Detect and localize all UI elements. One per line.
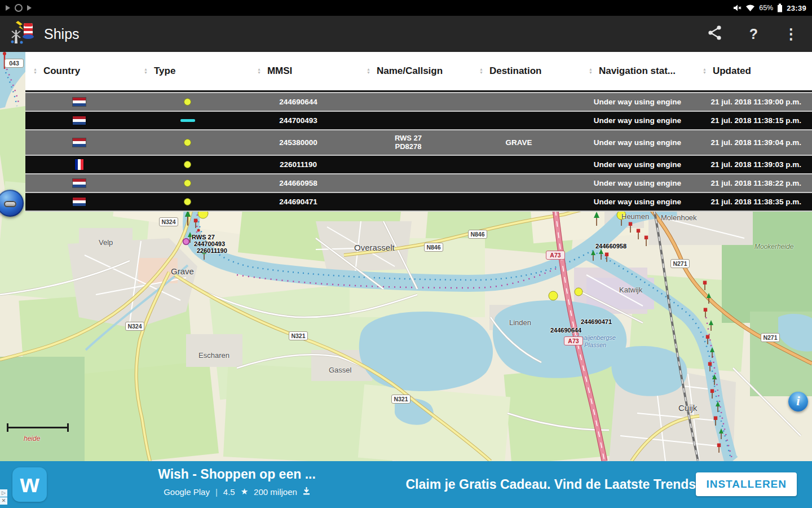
name-callsign-value: RWS 27PD8278 <box>354 130 462 155</box>
nav-status-value: Under way using engine <box>575 156 692 173</box>
road-shield-a73: A73 <box>546 251 565 260</box>
table-row[interactable]: 244660958 Under way using engine 21 jul.… <box>25 173 812 192</box>
sort-icon: ▲▼ <box>589 68 593 74</box>
ad-title[interactable]: Wish - Shoppen op een ... <box>113 467 361 482</box>
town-label-gassel: Gassel <box>329 366 351 374</box>
road-shield-n271: N271 <box>670 259 690 268</box>
vessel-label: 244690644 <box>550 327 581 334</box>
map-scale-bar <box>7 427 69 428</box>
table-row[interactable]: 244690644 Under way using engine 21 jul.… <box>25 92 812 111</box>
road-shield-n324: N324 <box>125 322 144 331</box>
ad-text-block: Wish - Shoppen op een ... Google Play | … <box>113 467 361 497</box>
download-icon <box>303 487 310 497</box>
updated-value: 21 jul. 2018 11:39:04 p.m. <box>692 130 812 155</box>
road-shield-n324: N324 <box>159 217 178 226</box>
town-label-escharen: Escharen <box>198 351 230 360</box>
road-shield-cut: 043 <box>5 59 24 68</box>
name-callsign-value <box>354 156 462 173</box>
sort-icon: ▲▼ <box>33 68 37 74</box>
column-label: Updated <box>713 65 751 77</box>
mmsi-value: 244690471 <box>242 193 354 211</box>
page-title: Ships <box>44 26 80 42</box>
name-callsign-value <box>354 93 462 111</box>
install-button[interactable]: INSTALLEREN <box>696 472 797 496</box>
vessel-label: 244660958 <box>595 243 626 249</box>
column-header-mmsi[interactable]: ▲▼MMSI <box>242 65 354 77</box>
share-button[interactable] <box>707 24 723 43</box>
column-label: Country <box>43 65 80 77</box>
vessel-label: RWS 27 <box>192 234 215 240</box>
table-row[interactable]: 244690471 Under way using engine 21 jul.… <box>25 192 812 212</box>
clock: 23:39 <box>787 4 806 12</box>
destination-value <box>462 112 575 129</box>
town-label-linden: Linden <box>509 318 531 327</box>
nav-status-value: Under way using engine <box>575 174 692 192</box>
ad-banner[interactable]: w Wish - Shoppen op een ... Google Play … <box>0 461 812 508</box>
column-label: Name/Callsign <box>377 65 443 77</box>
mute-icon <box>733 4 742 12</box>
column-header-destination[interactable]: ▲▼Destination <box>462 65 575 77</box>
vessel-label: 244690471 <box>581 318 612 325</box>
help-button[interactable]: ? <box>749 26 758 42</box>
country-flag <box>73 138 86 147</box>
sort-icon: ▲▼ <box>367 68 370 74</box>
country-flag <box>73 198 86 206</box>
town-label-cuijk: Cuijk <box>678 403 697 413</box>
destination-value <box>462 193 575 211</box>
table-row[interactable]: 226011190 Under way using engine 21 jul.… <box>25 155 812 173</box>
nav-status-value: Under way using engine <box>575 130 692 155</box>
ship-type-icon <box>184 139 191 146</box>
adchoices-icon[interactable]: ▷ <box>0 489 7 497</box>
town-label-heumen: Heumen <box>621 212 649 221</box>
mmsi-value: 226011190 <box>242 156 354 173</box>
notification-icon-media <box>6 5 10 11</box>
ship-type-icon <box>180 119 195 122</box>
ship-type-icon <box>184 98 191 106</box>
ad-divider: | <box>215 487 218 497</box>
area-label-heide: heide <box>24 435 40 443</box>
column-header-updated[interactable]: ▲▼Updated <box>692 65 812 77</box>
column-header-navigation-status[interactable]: ▲▼Navigation stat... <box>575 65 692 77</box>
info-button[interactable]: i <box>788 392 808 411</box>
updated-value: 21 jul. 2018 11:38:22 p.m. <box>692 174 812 192</box>
road-shield-n271: N271 <box>761 333 780 342</box>
column-header-country[interactable]: ▲▼Country <box>25 65 133 77</box>
destination-value <box>462 93 575 111</box>
status-bar: 65% 23:39 <box>0 0 812 16</box>
country-flag <box>75 159 83 170</box>
notification-icon-debug <box>27 5 32 11</box>
town-label-katwijk: Katwijk <box>619 286 642 294</box>
overflow-menu-button[interactable]: ⋮ <box>784 27 798 41</box>
battery-percent: 65% <box>759 4 773 12</box>
destination-value <box>462 156 575 173</box>
water-label-line2: Plassen <box>584 341 606 348</box>
column-header-name-callsign[interactable]: ▲▼Name/Callsign <box>354 65 462 77</box>
ad-rating: 4.5 <box>223 487 235 497</box>
updated-value: 21 jul. 2018 11:38:35 p.m. <box>692 193 812 211</box>
wish-logo[interactable]: w <box>12 467 47 502</box>
mmsi-value: 244700493 <box>242 112 354 129</box>
destination-value <box>462 174 575 192</box>
column-header-type[interactable]: ▲▼Type <box>133 65 242 77</box>
sort-icon: ▲▼ <box>257 68 261 74</box>
close-ad-icon[interactable]: ✕ <box>0 497 7 505</box>
destination-value: GRAVE <box>462 130 575 155</box>
table-row[interactable]: 245380000 RWS 27PD8278 GRAVE Under way u… <box>25 129 812 155</box>
name-callsign-value <box>354 193 462 211</box>
name-callsign-value <box>354 174 462 192</box>
vessel-label: 244700493 <box>194 240 225 247</box>
battery-icon <box>777 3 783 12</box>
town-label-grave: Grave <box>171 266 194 276</box>
mmsi-value: 244690644 <box>242 93 354 111</box>
mmsi-value: 245380000 <box>242 130 354 155</box>
table-row[interactable]: 244700493 Under way using engine 21 jul.… <box>25 111 812 129</box>
town-label-overasselt: Overasselt <box>354 243 395 252</box>
app-bar: Ships ? ⋮ <box>0 16 812 52</box>
area-label-mookerheide: Mookerheide <box>754 243 793 251</box>
country-flag <box>73 179 86 187</box>
town-label-molenhoek: Molenhoek <box>661 213 697 222</box>
sort-icon: ▲▼ <box>703 68 707 74</box>
sort-icon: ▲▼ <box>479 68 483 74</box>
wifi-icon <box>745 4 755 12</box>
ad-store: Google Play <box>164 487 210 497</box>
